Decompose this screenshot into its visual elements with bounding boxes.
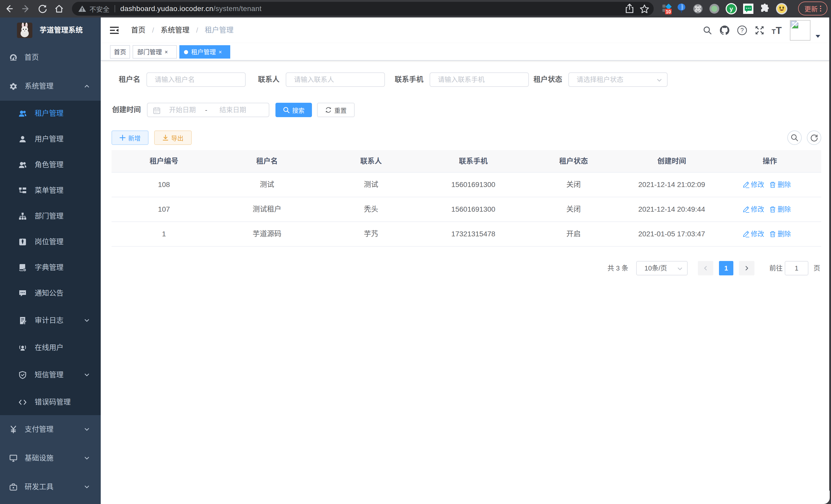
svg-text:T: T xyxy=(776,26,782,35)
svg-text:?: ? xyxy=(741,27,744,34)
svg-text:y: y xyxy=(729,5,733,12)
svg-text:10: 10 xyxy=(666,9,671,14)
svg-text:T: T xyxy=(772,28,776,35)
